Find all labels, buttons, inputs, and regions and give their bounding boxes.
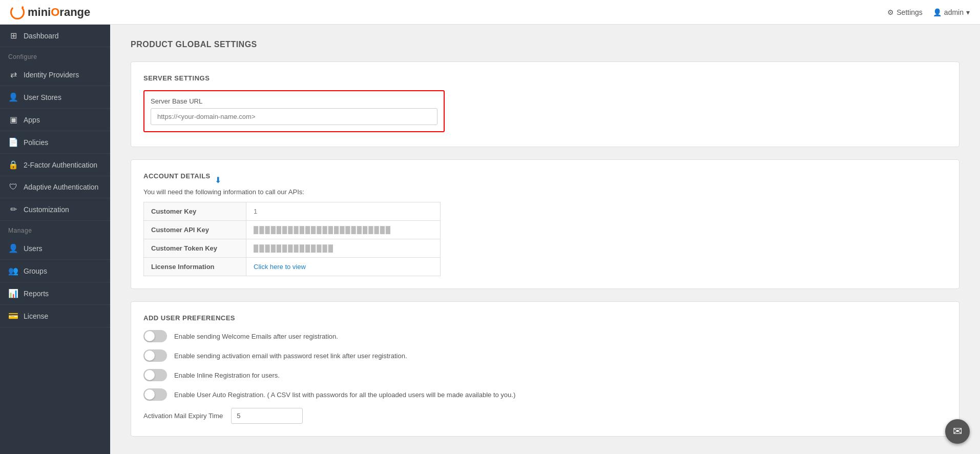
- toggle-activation-email[interactable]: [143, 349, 167, 362]
- toggle-inline-registration[interactable]: [143, 369, 167, 381]
- users-icon: 👤: [8, 243, 18, 253]
- row-value: Click here to view: [246, 258, 441, 276]
- admin-label: admin: [944, 8, 964, 16]
- preferences-list: Enable sending Welcome Emails after user…: [143, 330, 947, 401]
- user-icon: 👤: [933, 8, 942, 16]
- sidebar-item-2fa[interactable]: 🔒 2-Factor Authentication: [0, 154, 110, 176]
- sidebar-item-identity-providers[interactable]: ⇄ Identity Providers: [0, 64, 110, 86]
- license-info-link[interactable]: Click here to view: [254, 263, 306, 271]
- settings-label: Settings: [896, 8, 923, 16]
- customization-icon: ✏: [8, 204, 18, 214]
- masked-api-key: ████████████████████████: [254, 226, 391, 234]
- settings-link[interactable]: ⚙ Settings: [887, 8, 923, 16]
- row-label: Customer API Key: [144, 221, 246, 239]
- server-settings-card: SERVER SETTINGS Server Base URL: [131, 61, 960, 147]
- user-preferences-card: ADD USER PREFERENCES Enable sending Welc…: [131, 301, 960, 437]
- gear-icon: ⚙: [887, 8, 894, 16]
- sidebar-item-label: Groups: [24, 267, 47, 275]
- apps-icon: ▣: [8, 115, 18, 125]
- server-url-box: Server Base URL: [143, 90, 445, 132]
- activation-label: Activation Mail Expiry Time: [143, 412, 223, 420]
- 2fa-icon: 🔒: [8, 160, 18, 170]
- logo-ring-icon: [10, 5, 25, 19]
- sidebar-item-label: Users: [24, 244, 43, 253]
- sidebar-item-apps[interactable]: ▣ Apps: [0, 109, 110, 131]
- sidebar-item-users[interactable]: 👤 Users: [0, 237, 110, 260]
- pref-item-1: Enable sending Welcome Emails after user…: [143, 330, 947, 342]
- sidebar-item-label: Policies: [24, 138, 48, 147]
- row-value: ████████████████████████: [246, 221, 441, 239]
- manage-section-label: Manage: [0, 221, 110, 237]
- topbar-right: ⚙ Settings 👤 admin ▾: [887, 8, 970, 16]
- table-row: License Information Click here to view: [144, 258, 441, 276]
- policies-icon: 📄: [8, 137, 18, 147]
- groups-icon: 👥: [8, 266, 18, 276]
- activation-mail-row: Activation Mail Expiry Time: [143, 408, 947, 424]
- sidebar-item-reports[interactable]: 📊 Reports: [0, 282, 110, 305]
- toggle-welcome-email[interactable]: [143, 330, 167, 342]
- pref-label-1: Enable sending Welcome Emails after user…: [174, 333, 338, 340]
- sidebar: ⊞ Dashboard Configure ⇄ Identity Provide…: [0, 25, 110, 454]
- sidebar-item-policies[interactable]: 📄 Policies: [0, 131, 110, 154]
- logo: miniOrange: [10, 5, 90, 19]
- sidebar-item-label: Reports: [24, 290, 49, 298]
- dashboard-icon: ⊞: [8, 31, 18, 40]
- sidebar-item-label: Customization: [24, 205, 69, 214]
- chat-icon: ✉: [953, 425, 962, 438]
- toggle-auto-registration[interactable]: [143, 388, 167, 401]
- account-details-title-row: ACCOUNT DETAILS ⬇: [143, 172, 947, 188]
- server-settings-title: SERVER SETTINGS: [143, 74, 947, 82]
- sidebar-item-groups[interactable]: 👥 Groups: [0, 260, 110, 282]
- user-stores-icon: 👤: [8, 92, 18, 102]
- table-row: Customer Key 1: [144, 202, 441, 221]
- topbar: miniOrange ⚙ Settings 👤 admin ▾: [0, 0, 980, 25]
- reports-icon: 📊: [8, 288, 18, 298]
- table-row: Customer API Key ███████████████████████…: [144, 221, 441, 239]
- row-label: Customer Key: [144, 202, 246, 221]
- sidebar-item-license[interactable]: 💳 License: [0, 305, 110, 327]
- configure-section-label: Configure: [0, 47, 110, 64]
- sidebar-item-label: License: [24, 312, 48, 320]
- logo-orange: O: [51, 6, 59, 18]
- row-value: 1: [246, 202, 441, 221]
- chat-button[interactable]: ✉: [945, 419, 970, 444]
- sidebar-item-customization[interactable]: ✏ Customization: [0, 198, 110, 221]
- sidebar-item-label: Identity Providers: [24, 71, 79, 79]
- sidebar-item-label: Apps: [24, 116, 40, 124]
- sidebar-item-dashboard[interactable]: ⊞ Dashboard: [0, 25, 110, 47]
- pref-item-2: Enable sending activation email with pas…: [143, 349, 947, 362]
- page-title: PRODUCT GLOBAL SETTINGS: [131, 40, 960, 49]
- account-details-title: ACCOUNT DETAILS: [143, 172, 211, 180]
- logo-text: miniOrange: [28, 6, 90, 19]
- account-details-card: ACCOUNT DETAILS ⬇ You will need the foll…: [131, 159, 960, 289]
- main-content: PRODUCT GLOBAL SETTINGS SERVER SETTINGS …: [110, 25, 980, 454]
- masked-token-key: ██████████████: [254, 244, 334, 252]
- sidebar-item-label: Dashboard: [24, 32, 59, 40]
- pref-label-4: Enable User Auto Registration. ( A CSV l…: [174, 391, 515, 399]
- account-details-table: Customer Key 1 Customer API Key ████████…: [143, 202, 441, 276]
- identity-providers-icon: ⇄: [8, 70, 18, 79]
- sidebar-item-label: 2-Factor Authentication: [24, 161, 97, 169]
- pref-label-3: Enable Inline Registration for users.: [174, 372, 280, 379]
- server-base-url-input[interactable]: [151, 108, 437, 125]
- table-row: Customer Token Key ██████████████: [144, 239, 441, 258]
- user-preferences-title: ADD USER PREFERENCES: [143, 314, 947, 322]
- sidebar-item-label: User Stores: [24, 93, 61, 101]
- row-label: License Information: [144, 258, 246, 276]
- sidebar-item-user-stores[interactable]: 👤 User Stores: [0, 86, 110, 109]
- download-icon[interactable]: ⬇: [215, 175, 221, 185]
- row-label: Customer Token Key: [144, 239, 246, 258]
- chevron-down-icon: ▾: [966, 8, 970, 16]
- server-url-label: Server Base URL: [151, 97, 437, 105]
- adaptive-auth-icon: 🛡: [8, 182, 18, 192]
- row-value: ██████████████: [246, 239, 441, 258]
- activation-expiry-input[interactable]: [231, 408, 303, 424]
- license-icon: 💳: [8, 311, 18, 321]
- sidebar-item-label: Adaptive Authentication: [24, 183, 98, 191]
- account-intro: You will need the following information …: [143, 188, 947, 196]
- pref-item-3: Enable Inline Registration for users.: [143, 369, 947, 381]
- admin-menu[interactable]: 👤 admin ▾: [933, 8, 970, 16]
- pref-label-2: Enable sending activation email with pas…: [174, 352, 407, 360]
- pref-item-4: Enable User Auto Registration. ( A CSV l…: [143, 388, 947, 401]
- sidebar-item-adaptive-auth[interactable]: 🛡 Adaptive Authentication: [0, 176, 110, 198]
